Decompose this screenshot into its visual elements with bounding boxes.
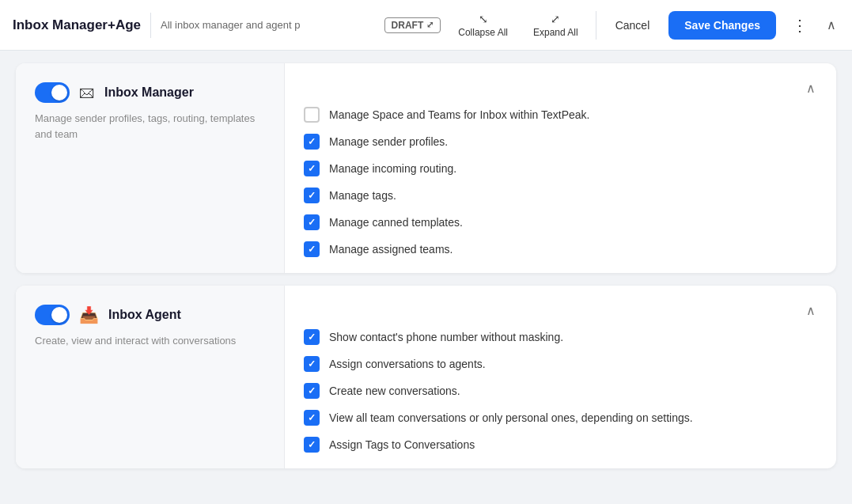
list-item: ✓ Manage canned templates. [304,214,817,230]
inbox-agent-collapse-button[interactable]: ∧ [805,301,817,320]
collapse-header-button[interactable]: ∧ [824,14,839,36]
inbox-manager-left: 🖂 Inbox Manager Manage sender profiles, … [16,63,285,273]
inbox-agent-header: 📥 Inbox Agent [35,305,265,325]
list-item: ✓ Manage assigned teams. [304,241,817,257]
permission-label: Manage sender profiles. [329,135,448,148]
inbox-agent-checkbox-list: ✓ Show contact's phone number without ma… [304,329,817,453]
inbox-manager-checkbox-list: ✓ Manage Space and Teams for Inbox withi… [304,107,817,257]
permission-label: Show contact's phone number without mask… [329,331,563,343]
inbox-manager-collapse-button[interactable]: ∧ [805,79,817,97]
inbox-manager-toggle[interactable] [35,82,70,103]
permission-label: Assign conversations to agents. [329,358,486,370]
inbox-manager-icon: 🖂 [79,84,95,102]
permission-label: Manage assigned teams. [329,243,453,256]
list-item: ✓ Manage incoming routing. [304,161,817,176]
permission-label: Assign Tags to Conversations [329,438,475,451]
inbox-agent-left: 📥 Inbox Agent Create, view and interact … [16,286,285,468]
list-item: ✓ Show contact's phone number without ma… [304,329,817,345]
inbox-manager-name: Inbox Manager [104,85,194,100]
header-description: All inbox manager and agent p [161,19,375,31]
permission-checkbox[interactable]: ✓ [304,329,320,345]
list-item: ✓ Manage Space and Teams for Inbox withi… [304,107,817,123]
save-changes-button[interactable]: Save Changes [668,11,776,40]
permission-checkbox[interactable]: ✓ [304,437,320,453]
permission-checkbox[interactable]: ✓ [304,214,320,230]
inbox-manager-description: Manage sender profiles, tags, routing, t… [35,111,265,142]
draft-expand-icon: ⤢ [426,20,434,30]
inbox-agent-permissions: ∧ ✓ Show contact's phone number without … [285,286,836,468]
permission-checkbox[interactable]: ✓ [304,134,320,150]
inbox-agent-name: Inbox Agent [108,308,181,322]
permission-label: Create new conversations. [329,385,460,397]
permission-label: Manage canned templates. [329,216,463,229]
expand-all-button[interactable]: ⤢ Expand All [525,9,586,41]
list-item: ✓ Assign Tags to Conversations [304,437,817,453]
expand-all-icon: ⤢ [551,13,560,25]
permission-checkbox[interactable]: ✓ [304,241,320,257]
inbox-agent-section: 📥 Inbox Agent Create, view and interact … [16,286,836,468]
inbox-agent-collapse-header: ∧ [304,301,817,320]
list-item: ✓ Manage sender profiles. [304,134,817,150]
permission-checkbox[interactable]: ✓ [304,188,320,203]
permission-label: Manage tags. [329,189,396,202]
inbox-agent-description: Create, view and interact with conversat… [35,333,265,349]
app-header: Inbox Manager+Age All inbox manager and … [0,0,852,51]
collapse-all-icon: ⤡ [479,13,488,25]
more-options-button[interactable]: ⋮ [786,13,814,38]
cancel-button[interactable]: Cancel [606,19,660,32]
draft-badge: DRAFT ⤢ [384,17,441,33]
permission-checkbox[interactable]: ✓ [304,356,320,372]
permission-checkbox[interactable]: ✓ [304,107,320,123]
inbox-agent-toggle[interactable] [35,305,70,325]
permission-checkbox[interactable]: ✓ [304,383,320,399]
inbox-manager-permissions: ∧ ✓ Manage Space and Teams for Inbox wit… [285,63,836,273]
app-title: Inbox Manager+Age [13,17,141,33]
permission-checkbox[interactable]: ✓ [304,410,320,426]
permission-checkbox[interactable]: ✓ [304,161,320,176]
permission-label: Manage incoming routing. [329,162,456,175]
permission-label: View all team conversations or only pers… [329,411,693,424]
inbox-manager-section: 🖂 Inbox Manager Manage sender profiles, … [16,63,836,273]
inbox-manager-header: 🖂 Inbox Manager [35,82,265,103]
header-divider-2 [596,11,596,40]
main-content: 🖂 Inbox Manager Manage sender profiles, … [0,51,852,481]
list-item: ✓ Manage tags. [304,188,817,203]
inbox-agent-icon: 📥 [79,305,99,324]
permission-label: Manage Space and Teams for Inbox within … [329,108,589,121]
list-item: ✓ Assign conversations to agents. [304,356,817,372]
header-divider-1 [150,13,151,38]
list-item: ✓ Create new conversations. [304,383,817,399]
list-item: ✓ View all team conversations or only pe… [304,410,817,426]
collapse-all-button[interactable]: ⤡ Collapse All [450,9,516,41]
inbox-manager-collapse-header: ∧ [304,79,817,97]
